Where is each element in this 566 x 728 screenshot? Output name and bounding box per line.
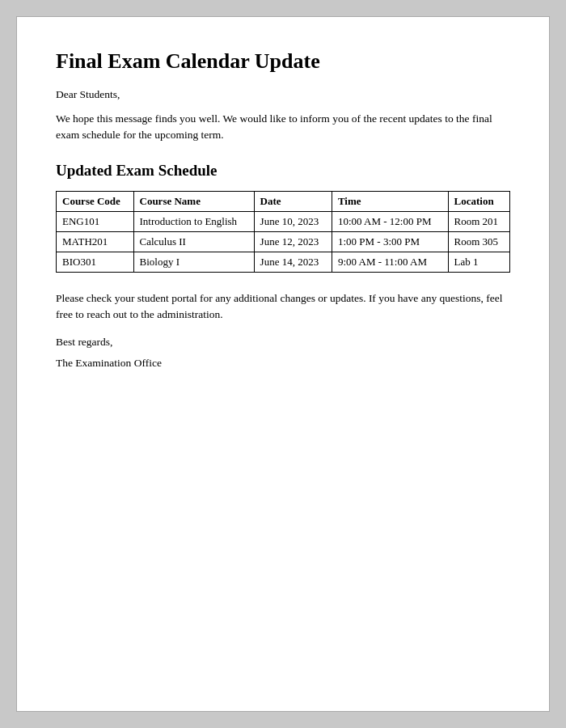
- table-cell: Room 305: [448, 231, 510, 252]
- table-cell: BIO301: [57, 252, 134, 272]
- table-cell: 9:00 AM - 11:00 AM: [332, 252, 448, 272]
- office-text: The Examination Office: [56, 357, 510, 370]
- section-heading: Updated Exam Schedule: [56, 162, 510, 180]
- col-header-code: Course Code: [57, 191, 134, 211]
- table-cell: MATH201: [57, 231, 134, 252]
- table-cell: Biology I: [133, 252, 254, 272]
- table-cell: June 12, 2023: [254, 231, 332, 252]
- footer-paragraph: Please check your student portal for any…: [56, 290, 510, 324]
- col-header-date: Date: [254, 191, 332, 211]
- col-header-location: Location: [448, 191, 510, 211]
- table-cell: Lab 1: [448, 252, 510, 272]
- table-row: BIO301Biology IJune 14, 20239:00 AM - 11…: [57, 252, 510, 272]
- table-cell: June 10, 2023: [254, 211, 332, 231]
- table-header-row: Course Code Course Name Date Time Locati…: [57, 191, 510, 211]
- col-header-time: Time: [332, 191, 448, 211]
- table-cell: Room 201: [448, 211, 510, 231]
- exam-schedule-table: Course Code Course Name Date Time Locati…: [56, 191, 510, 273]
- document-page: Final Exam Calendar Update Dear Students…: [16, 16, 550, 712]
- regards-text: Best regards,: [56, 336, 510, 349]
- table-cell: Introduction to English: [133, 211, 254, 231]
- table-row: ENG101Introduction to EnglishJune 10, 20…: [57, 211, 510, 231]
- table-cell: June 14, 2023: [254, 252, 332, 272]
- table-cell: 1:00 PM - 3:00 PM: [332, 231, 448, 252]
- page-title: Final Exam Calendar Update: [56, 49, 510, 74]
- greeting-text: Dear Students,: [56, 88, 510, 101]
- col-header-name: Course Name: [133, 191, 254, 211]
- table-cell: 10:00 AM - 12:00 PM: [332, 211, 448, 231]
- table-row: MATH201Calculus IIJune 12, 20231:00 PM -…: [57, 231, 510, 252]
- table-cell: Calculus II: [133, 231, 254, 252]
- intro-paragraph: We hope this message finds you well. We …: [56, 111, 510, 144]
- table-cell: ENG101: [57, 211, 134, 231]
